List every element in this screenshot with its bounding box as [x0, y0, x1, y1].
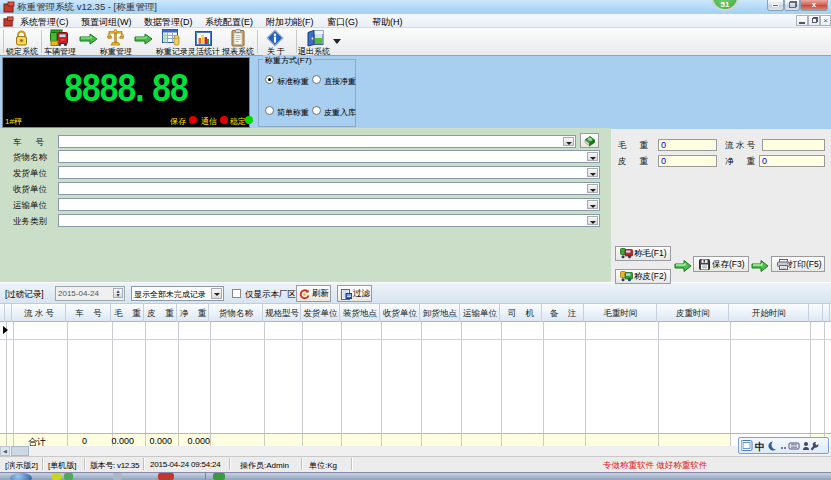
- svg-text:中: 中: [755, 441, 765, 452]
